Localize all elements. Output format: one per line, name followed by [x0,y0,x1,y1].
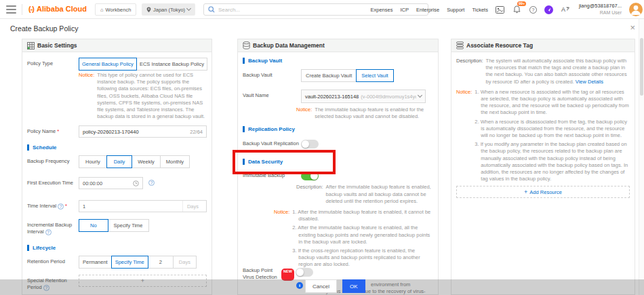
required-asterisk: * [57,128,59,134]
backup-data-management-title: Backup Data Management [253,42,325,49]
retention-value-input[interactable]: 2 [148,256,174,269]
notice-label: Notice: [296,106,312,113]
associate-resource-tag-header: Associate Resource Tag [451,39,635,52]
retention-permanent-option[interactable]: Permanent [79,256,112,269]
frequency-daily-option[interactable]: Daily [106,155,133,168]
cancel-button[interactable]: Cancel [305,279,337,293]
language-icon[interactable]: A [561,5,570,14]
console-icon[interactable] [496,5,505,14]
ok-button[interactable]: OK [342,279,365,293]
help-icon[interactable]: ? [529,6,537,14]
vault-name-label: Vault Name [243,90,301,99]
notice-item: 3. If you modify any parameter in the ba… [475,141,630,182]
policy-type-notice-text: This type of policy cannot be used for E… [97,72,207,120]
backup-data-management-panel: Backup Data Management Backup Vault Back… [237,39,439,295]
backup-vault-replication-toggle[interactable] [301,140,319,149]
basic-settings-panel: Basic Settings Policy Type General Backu… [22,39,212,295]
tag-notice-list: 1. When a new resource is associated wit… [475,89,630,185]
vault-name-select[interactable]: vault-20260213-165148 (v-0004t9dmvomuy1s… [301,90,426,103]
replication-policy-section-title: Replication Policy [243,126,433,132]
policy-name-value: policy-20260213-170440 [83,129,190,135]
retention-specify-option[interactable]: Specify Time [111,256,148,269]
alibaba-logo-text: Alibaba Cloud [37,5,87,13]
page-scrollbar[interactable] [639,19,644,295]
associate-resource-tag-title: Associate Resource Tag [466,42,533,49]
first-execution-help-icon[interactable] [148,180,155,186]
tickets-link[interactable]: Tickets [472,7,487,13]
immutable-backup-toggle[interactable] [301,172,319,180]
vault-name-value: vault-20260213-165148 [305,94,359,100]
svg-text:A: A [561,6,565,13]
lifecycle-section-title: Lifecycle [27,245,207,251]
alibaba-logo-icon: (-) [28,5,34,13]
notice-label: Notice: [456,89,472,95]
time-interval-value: 1 [83,203,182,210]
avatar[interactable] [629,3,643,16]
region-selector[interactable]: Japan (Tokyo) [142,3,195,16]
description-label: Description: [456,58,483,64]
topbar-right-group: Expenses ICP Enterprise Support Tickets … [371,0,643,19]
frequency-weekly-option[interactable]: Weekly [132,155,160,168]
apps-icon[interactable] [544,5,553,14]
plus-icon [524,189,527,195]
home-icon: ⌂ [100,7,104,13]
account-menu[interactable]: jiang@53818767... RAM User [579,3,622,16]
immutable-notice-list: 1. After the immutable backup feature is… [292,209,431,271]
retention-period-label: Retention Period [27,256,79,265]
char-counter: 22/64 [190,129,203,135]
policy-type-ecs-option[interactable]: ECS Instance Backup Policy [136,58,207,71]
frequency-hourly-option[interactable]: Hourly [79,155,107,168]
policy-name-input[interactable]: policy-20260213-170440 22/64 [79,125,207,138]
vault-notice-text: The immutable backup feature is enabled … [315,106,430,120]
notice-label: Notice: [79,72,94,78]
basic-settings-header: Basic Settings [22,39,212,52]
enterprise-link[interactable]: Enterprise [416,7,439,13]
time-interval-help-icon[interactable] [58,203,64,210]
account-name: jiang@53818767... [579,3,622,9]
add-resource-button[interactable]: Add Resource [456,186,630,198]
time-interval-unit: Days [182,201,203,212]
page-header: Create Backup Policy × [0,19,644,37]
topbar-divider [22,4,22,15]
hamburger-menu-icon[interactable] [6,5,16,14]
tag-description-text: The system will automatically associate … [486,58,630,85]
policy-name-label: Policy Name * [27,125,79,135]
view-details-link[interactable]: View Details [576,79,603,85]
scrollbar-thumb[interactable] [640,38,643,96]
create-backup-vault-option[interactable]: Create Backup Vault [301,69,357,82]
alibaba-cloud-logo[interactable]: (-) Alibaba Cloud [28,5,87,13]
first-execution-time-label: First Execution Time [27,177,79,186]
location-pin-icon [146,7,151,13]
layers-icon [456,41,464,50]
incremental-help-icon[interactable] [45,229,52,235]
time-interval-label: Time Interval* [27,200,79,210]
close-icon[interactable]: × [630,22,635,33]
virus-detection-toggle[interactable] [296,268,313,277]
search-icon [208,6,215,13]
first-execution-time-value: 00:00:00 [83,180,133,186]
first-execution-time-input[interactable]: 00:00:00 [79,177,143,189]
workbench-button[interactable]: ⌂ Workbench [95,3,136,16]
policy-type-general-option[interactable]: General Backup Policy [79,58,137,71]
virus-detection-row: Backup Point Virus Detection NEW [243,266,435,281]
notice-item: 2. After the immutable backup feature is… [292,224,431,245]
support-link[interactable]: Support [447,7,464,13]
select-vault-option[interactable]: Select Vault [356,69,393,82]
frequency-monthly-option[interactable]: Monthly [160,155,190,168]
backup-vault-label: Backup Vault [243,69,301,79]
expenses-link[interactable]: Expenses [371,7,393,13]
database-icon [243,41,250,50]
data-security-section-title: Data Security [243,159,433,165]
chevron-down-icon [418,93,422,98]
incremental-no-option[interactable]: No [79,219,108,232]
backup-vault-section-title: Backup Vault [243,58,433,64]
workbench-label: Workbench [106,7,132,13]
add-resource-label: Add Resource [529,189,562,195]
notifications-bell-icon[interactable]: 99+ [512,5,522,14]
icp-link[interactable]: ICP [400,7,409,13]
time-interval-input[interactable]: 1 Days [79,200,207,212]
grid-icon [27,42,35,50]
incremental-specify-option[interactable]: Specify Time [108,219,149,232]
notice-item: 1. When a new resource is associated wit… [475,89,630,117]
immutable-description-text: After the immutable backup feature is en… [326,184,433,205]
